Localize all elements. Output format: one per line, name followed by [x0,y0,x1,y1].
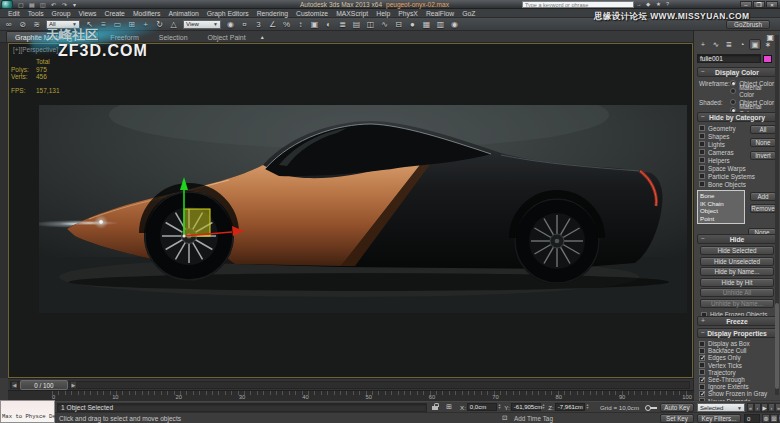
time-slider[interactable]: ◀ 0 / 100 ▶ [8,378,693,390]
display-property-checkbox-row[interactable]: Backface Cull [699,347,777,354]
menu-item[interactable]: Rendering [253,10,292,17]
named-selection-sets-icon[interactable]: ▣ [308,19,321,30]
hide-action-button[interactable]: Hide by Hit [700,278,774,287]
selection-set-dropdown[interactable]: Selected▼ [697,403,745,412]
hide-action-button[interactable]: Hide by Name... [700,267,774,276]
hide-action-button[interactable]: Unhide All [700,288,774,297]
restore-button[interactable]: ❐ [753,1,765,8]
go-to-start-icon[interactable]: « [747,403,754,412]
menu-item[interactable]: RealFlow [422,10,458,17]
save-file-icon[interactable]: ◫ [40,1,49,9]
time-slider-track[interactable] [10,381,690,389]
prev-frame-icon[interactable]: ‹ [754,403,761,412]
menu-item[interactable]: GoZ [458,10,479,17]
hierarchy-tab-icon[interactable]: ≣ [723,39,735,50]
render-production-icon[interactable]: ◉ [448,19,461,30]
category-remove-button[interactable]: Remove [750,204,776,213]
viewport-label[interactable]: [+][Perspective] [13,46,58,53]
selection-lock-icon[interactable] [432,403,439,411]
menu-item[interactable]: Tools [24,10,48,17]
select-and-link-icon[interactable]: ∞ [2,19,15,30]
set-key-mode-icon[interactable] [644,403,658,411]
menu-item[interactable]: Animation [164,10,202,17]
ribbon-tab[interactable]: Selection [150,31,197,42]
rollout-header-hide-by-category[interactable]: Hide by Category [697,112,777,122]
coordinate-input[interactable]: 0,0cm [467,403,497,411]
schematic-view-icon[interactable]: ⊟ [392,19,405,30]
mirror-icon[interactable]: ◐ [322,19,335,30]
curve-editor-icon[interactable]: ∿ [378,19,391,30]
zoom-icon[interactable]: ⊕ [762,414,770,423]
motion-tab-icon[interactable]: ◔ [736,39,748,50]
spinner-icon[interactable]: ▲▼ [542,404,545,411]
add-time-tag[interactable]: Add Time Tag [514,415,553,422]
select-by-name-icon[interactable]: ≡ [97,19,110,30]
hide-action-button[interactable]: Hide Unselected [700,257,774,266]
next-key-nub[interactable]: ▶ [70,381,77,389]
render-setup-icon[interactable]: ▦ [420,19,433,30]
ribbon-toggle-icon[interactable]: ◫ [364,19,377,30]
app-logo-icon[interactable] [1,0,13,9]
ribbon-tab[interactable]: Graphite Modeling Tools [6,31,99,42]
display-property-checkbox-row[interactable]: Edges Only [699,354,777,361]
unlink-selection-icon[interactable]: ⊘ [16,19,29,30]
ribbon-tab[interactable]: Freeform [101,31,147,42]
communication-center-icon[interactable]: ◆ [646,1,655,8]
menu-item[interactable]: PhysX [394,10,422,17]
display-property-checkbox-row[interactable]: Vertex Ticks [699,362,777,369]
percent-snap-icon[interactable]: % [280,19,293,30]
display-property-checkbox-row[interactable]: Display as Box [699,340,777,347]
category-list-item[interactable]: IK Chain Object [700,200,742,215]
modify-tab-icon[interactable]: ∿ [710,39,722,50]
category-all-button[interactable]: All [750,125,776,134]
selection-region-icon[interactable]: ▭ [111,19,124,30]
close-button[interactable]: × [766,1,778,8]
workspace-dropdown-icon[interactable]: ▾ [73,1,82,9]
category-checkbox-row[interactable]: Bone Objects [699,180,777,188]
minimize-button[interactable]: – [740,1,752,8]
select-and-manipulate-icon[interactable]: ¤ [238,19,251,30]
menu-item[interactable]: Group [48,10,75,17]
utilities-tab-icon[interactable]: ∗ [762,39,774,50]
menu-item[interactable]: MAXScript [332,10,372,17]
coordinate-input[interactable]: -61,905cm [511,403,541,411]
time-slider-handle[interactable]: 0 / 100 [20,380,68,390]
search-go-icon[interactable]: → [636,1,645,8]
spinner-snap-icon[interactable]: ↕ [294,19,307,30]
angle-snap-icon[interactable]: ∠ [266,19,279,30]
selection-filter-dropdown[interactable]: All▼ [46,20,80,29]
window-crossing-icon[interactable]: ⊞ [125,19,138,30]
category-custom-list[interactable]: BoneIK Chain ObjectPoint [697,190,745,224]
menu-item[interactable]: Views [74,10,100,17]
search-input[interactable] [522,1,634,8]
ribbon-minimize-icon[interactable]: ▴ [261,33,273,42]
reference-coordinate-dropdown[interactable]: View▼ [183,20,221,29]
display-tab-icon[interactable]: ▣ [749,39,761,50]
spinner-icon[interactable]: ▲▼ [586,404,589,411]
redo-icon[interactable]: ↷ [62,1,71,9]
time-tag-icon[interactable]: ⊡ [502,414,511,423]
category-add-button[interactable]: Add [750,192,776,201]
prev-key-nub[interactable]: ◀ [11,381,18,389]
rendered-frame-icon[interactable]: ▥ [434,19,447,30]
new-scene-icon[interactable]: ▢ [18,1,27,9]
rollout-header-display-color[interactable]: Display Color [697,67,777,77]
hide-action-button[interactable]: Hide Selected [700,246,774,255]
track-bar[interactable]: 0102030405060708090100 [8,390,694,401]
current-frame-field[interactable]: 0 [744,414,760,423]
undo-icon[interactable]: ↶ [51,1,60,9]
menu-item[interactable]: Modifiers [129,10,165,17]
select-and-rotate-icon[interactable]: ↻ [153,19,166,30]
rollout-header-display-properties[interactable]: Display Properties [697,328,777,338]
open-file-icon[interactable]: ▤ [29,1,38,9]
align-icon[interactable]: ≣ [336,19,349,30]
select-object-icon[interactable]: ↖ [83,19,96,30]
next-frame-icon[interactable]: › [768,403,775,412]
bind-to-space-warp-icon[interactable]: ≋ [30,19,43,30]
category-list-item[interactable]: Bone [700,192,742,200]
ribbon-tab[interactable]: Object Paint [199,31,255,42]
menu-item[interactable]: Customize [292,10,332,17]
go-to-end-icon[interactable]: » [775,403,780,412]
use-pivot-center-icon[interactable]: ◉ [224,19,237,30]
rollout-header-freeze[interactable]: Freeze [697,316,777,326]
